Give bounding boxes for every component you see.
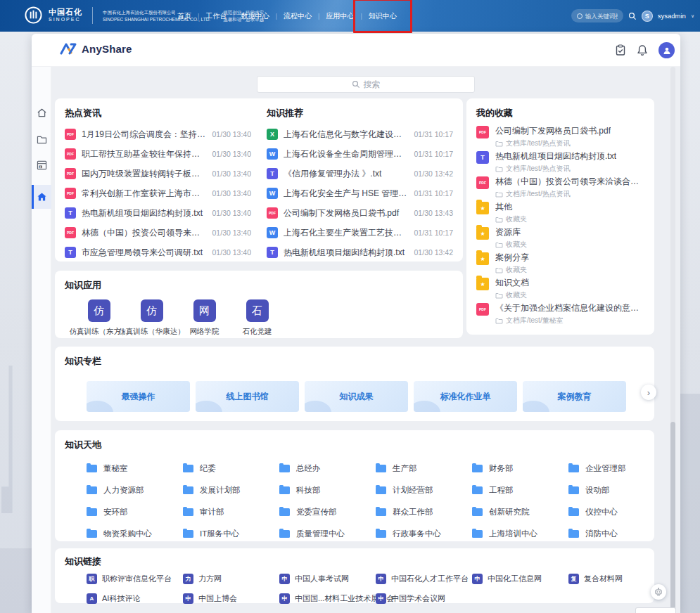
file-list-item[interactable]: 上海石化主要生产装置工艺技术规程-7... 烯装置版.docx 01/31 10…	[267, 223, 453, 243]
portal-nav-item[interactable]: 工作台	[199, 8, 233, 24]
department-folder[interactable]: 财务部	[472, 458, 568, 479]
sidebar-library-icon[interactable]: A	[32, 155, 51, 176]
file-list-item[interactable]: 《信用修复管理办法 》.txt 01/30 13:42	[267, 164, 453, 183]
chevron-down-icon[interactable]: ∨	[691, 13, 694, 19]
external-link[interactable]: 中 中国上博会	[183, 593, 279, 604]
department-folder[interactable]: 总经办	[279, 458, 376, 479]
file-list-item[interactable]: 热电新机组项目烟囱结构封顶.txt 01/30 13:42	[267, 243, 453, 262]
favorite-item[interactable]: 《关于加强企业档案信息化建设的意见》(3).pdf 文档库/test/董秘室	[476, 302, 644, 328]
global-search-input[interactable]	[571, 9, 623, 22]
department-folder[interactable]: 发展计划部	[183, 479, 279, 501]
department-folder[interactable]: 工程部	[472, 479, 568, 501]
knowledge-app[interactable]: 仿 仿真训练（东方）	[72, 299, 125, 337]
column-button[interactable]: 最强操作	[87, 381, 190, 412]
file-list-item[interactable]: 上海石化信息化与数字化建设项目管理规范.xlsx 01/31 10:17	[267, 124, 453, 144]
favorite-item[interactable]: 其他 收藏夹	[476, 201, 644, 226]
external-link[interactable]: 力 力方网	[183, 574, 279, 584]
department-folder[interactable]: 质量管理中心	[279, 523, 376, 545]
portal-nav-item[interactable]: 应用中心	[319, 8, 360, 24]
column-button[interactable]: 线上图书馆	[196, 381, 299, 412]
file-timestamp: 01/30 13:40	[212, 248, 251, 257]
favorite-item[interactable]: 案例分享 收藏夹	[476, 252, 644, 277]
portal-nav-item[interactable]: 首页	[171, 8, 198, 24]
knowledge-app[interactable]: 石 石化党建	[231, 299, 284, 337]
external-link[interactable]: A AI科技评论	[87, 593, 183, 604]
file-list-item[interactable]: 国内万吨级装置旋转阀转子板首次国产化.pdf 01/30 13:40	[65, 164, 251, 183]
file-list-item[interactable]: 热电新机组项目烟囱结构封顶.txt 01/30 13:40	[65, 203, 251, 223]
content-search-box[interactable]: 搜索	[257, 76, 475, 93]
anyshare-brand[interactable]: AnyShare	[60, 43, 132, 55]
department-folder[interactable]: 安环部	[87, 501, 183, 523]
department-folder[interactable]: 设动部	[568, 479, 665, 501]
file-type-icon	[267, 148, 278, 160]
file-list-item[interactable]: 上海石化设备全生命周期管理标准与台账模板.docx 01/31 10:17	[267, 144, 453, 164]
department-folder[interactable]: 企业管理部	[568, 458, 665, 479]
file-list-item[interactable]: 市应急管理局领导来公司调研.txt 01/30 13:40	[65, 243, 251, 262]
department-folder[interactable]: 党委宣传部	[279, 501, 376, 523]
favorite-item[interactable]: 林德（中国）投资公司领导来洽谈合作事宜.pdf 文档库/test/热点资讯	[476, 176, 644, 201]
external-link[interactable]: 职 职称评审信息化平台	[87, 574, 183, 584]
knowledge-apps-card: 知识应用 仿 仿真训练（东方） 仿 仿真训练（华康达） 网 网络	[55, 271, 463, 338]
assistant-robot-button[interactable]	[651, 584, 666, 600]
external-link[interactable]: 中 中国人事考试网	[279, 574, 376, 584]
file-list-item[interactable]: 职工帮扶互助基金较往年保持增长趋势.pdf 01/30 13:40	[65, 144, 251, 164]
search-icon[interactable]	[628, 12, 637, 20]
department-folder[interactable]: 消防中心	[568, 523, 665, 545]
folder-icon	[376, 486, 386, 494]
file-list-item[interactable]: 公司编制下发网格员口袋书.pdf 01/30 13:43	[267, 203, 453, 223]
department-folder[interactable]: 上海培训中心	[472, 523, 568, 545]
department-folder[interactable]: 群众工作部	[376, 501, 472, 523]
department-folder[interactable]: IT服务中心	[183, 523, 279, 545]
department-folder[interactable]: 物资采购中心	[87, 523, 183, 545]
column-button[interactable]: 标准化作业单	[414, 381, 517, 412]
favorite-item[interactable]: 知识文档 收藏夹	[476, 277, 644, 302]
favorite-item[interactable]: 公司编制下发网格员口袋书.pdf 文档库/test/热点资讯	[476, 125, 644, 150]
username-label[interactable]: sysadmin	[658, 12, 686, 20]
file-type-icon	[65, 148, 76, 160]
external-link[interactable]: 中 中国学术会议网	[376, 593, 472, 604]
column-button[interactable]: 案例教育	[523, 381, 626, 412]
chevron-right-icon[interactable]: ›	[641, 385, 656, 400]
external-link[interactable]: 复 复合材料网	[568, 574, 665, 584]
department-folder-label: 行政事务中心	[393, 529, 441, 539]
column-button[interactable]: 知识成果	[305, 381, 408, 412]
scrollbar-thumb[interactable]	[670, 422, 675, 612]
sidebar-home-icon[interactable]	[32, 102, 51, 123]
favorite-item[interactable]: 热电新机组项目烟囱结构封顶.txt 文档库/test/热点资讯	[476, 150, 644, 176]
department-folder[interactable]: 行政事务中心	[376, 523, 472, 545]
tasks-clipboard-icon[interactable]	[615, 44, 626, 56]
department-folder[interactable]: 仪控中心	[568, 501, 665, 523]
department-folder-label: 纪委	[200, 463, 216, 474]
sidebar-portal-home-icon-active[interactable]	[32, 186, 51, 207]
file-list-item[interactable]: 常利兴创新工作室获评上海市劳模工匠创新工作室.pdf 01/30 13:40	[65, 183, 251, 203]
user-avatar[interactable]: S	[642, 11, 653, 22]
portal-nav-item[interactable]: 数据中心	[235, 8, 276, 24]
global-search-field[interactable]	[585, 13, 618, 20]
department-folder[interactable]: 审计部	[183, 501, 279, 523]
my-favorites-card: 我的收藏 公司编制下发网格员口袋书.pdf 文档库/test/热点资讯	[466, 98, 654, 335]
file-list-item[interactable]: 上海石化安全生产与 HSE 管理体系手册.docx 01/31 10:17	[267, 183, 453, 203]
external-link[interactable]: 中 中国化工信息网	[472, 574, 568, 584]
department-folder[interactable]: 科技部	[279, 479, 376, 501]
portal-nav-item[interactable]: 流程中心	[277, 8, 318, 24]
department-folder[interactable]: 人力资源部	[87, 479, 183, 501]
sidebar-documents-folder-icon[interactable]	[32, 129, 51, 150]
external-link[interactable]: 中 中国石化人才工作平台	[376, 574, 472, 584]
profile-avatar[interactable]	[658, 42, 675, 58]
portal-nav-item[interactable]: 知识中心	[362, 8, 403, 24]
link-tile-icon: 中	[376, 593, 386, 604]
notifications-bell-icon[interactable]	[637, 44, 648, 56]
department-folder[interactable]: 计划经营部	[376, 479, 472, 501]
folder-icon	[568, 486, 579, 494]
knowledge-app[interactable]: 网 网络学院	[178, 299, 231, 337]
file-list-item[interactable]: 1月19日公司综合调度会：坚持严的安... 次开车成功.pdf 01/30 13…	[65, 124, 251, 144]
external-link-label: AI科技评论	[102, 593, 140, 604]
department-folder[interactable]: 董秘室	[87, 458, 183, 479]
favorite-item[interactable]: 资源库 收藏夹	[476, 226, 644, 252]
department-folder[interactable]: 创新研究院	[472, 501, 568, 523]
department-folder[interactable]: 生产部	[376, 458, 472, 479]
department-folder[interactable]: 纪委	[183, 458, 279, 479]
file-list-item[interactable]: 林德（中国）投资公司领导来洽谈合作事宜.pdf 01/30 13:40	[65, 223, 251, 243]
external-link[interactable]: 中 中国国...材料工业技术展览会	[279, 593, 376, 604]
knowledge-app[interactable]: 仿 仿真训练（华康达）	[125, 299, 178, 337]
